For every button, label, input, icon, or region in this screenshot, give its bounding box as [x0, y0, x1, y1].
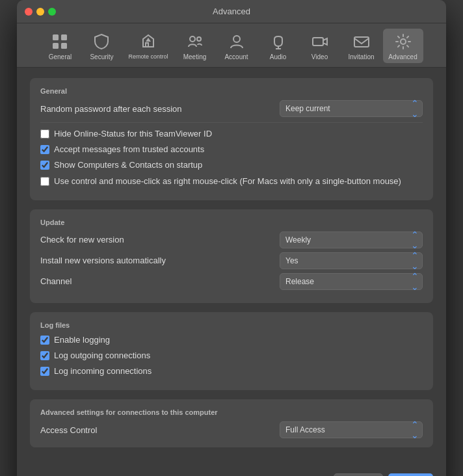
log-incoming-label: Log incoming connections: [54, 365, 152, 377]
revert-button[interactable]: Revert: [334, 473, 383, 476]
channel-row: Channel Release Preview ⌃⌄: [40, 273, 423, 290]
access-control-row: Access Control Full Access Confirm all V…: [40, 421, 423, 438]
svg-point-6: [197, 37, 201, 41]
minimize-button[interactable]: [36, 8, 44, 16]
install-new-versions-select[interactable]: Yes No: [280, 252, 423, 269]
hide-online-status-label: Hide Online-Status for this TeamViewer I…: [54, 128, 212, 140]
toolbar-label-general: General: [49, 53, 72, 60]
security-icon: [91, 31, 112, 52]
general-icon: [49, 31, 70, 52]
install-new-versions-select-wrapper: Yes No ⌃⌄: [280, 252, 423, 269]
svg-rect-3: [61, 43, 67, 49]
toolbar-item-advanced[interactable]: Advanced: [383, 29, 423, 63]
meeting-icon: [185, 31, 205, 52]
log-files-section: Log files Enable logging Log outgoing co…: [30, 312, 433, 391]
svg-marker-4: [146, 38, 151, 42]
toolbar-item-invitation[interactable]: Invitation: [341, 29, 382, 63]
log-outgoing-label: Log outgoing connections: [54, 350, 150, 362]
toolbar-label-remote-control: Remote control: [128, 53, 168, 60]
toolbar-item-video[interactable]: Video: [300, 29, 340, 63]
channel-select[interactable]: Release Preview: [280, 273, 423, 290]
traffic-lights: [25, 8, 56, 16]
log-files-section-title: Log files: [40, 321, 423, 329]
toolbar: General Security Remote control: [17, 23, 446, 68]
random-password-select[interactable]: Keep current Generate new Deactivate: [280, 100, 423, 117]
main-window: Advanced General Security: [17, 0, 446, 476]
svg-point-7: [233, 36, 240, 42]
toolbar-label-security: Security: [90, 53, 113, 60]
accept-messages-checkbox[interactable]: [40, 145, 49, 154]
show-computers-checkbox[interactable]: [40, 161, 49, 170]
toolbar-item-meeting[interactable]: Meeting: [175, 29, 215, 63]
video-icon: [310, 31, 330, 52]
advanced-icon: [393, 31, 414, 52]
svg-rect-1: [61, 34, 67, 40]
apply-button[interactable]: Apply: [388, 473, 433, 476]
audio-icon: [268, 31, 289, 52]
update-section: Update Check for new version Weekly Dail…: [30, 209, 433, 303]
use-control-label: Use control and mouse-click as right mou…: [54, 176, 401, 187]
install-new-versions-label: Install new versions automatically: [40, 256, 166, 265]
svg-rect-2: [53, 43, 59, 49]
close-button[interactable]: [25, 8, 33, 16]
access-control-select[interactable]: Full Access Confirm all View and show Cu…: [280, 421, 423, 438]
footer: Revert Apply: [17, 467, 446, 476]
use-control-checkbox[interactable]: [40, 177, 49, 186]
checkbox-log-outgoing: Log outgoing connections: [40, 350, 423, 362]
enable-logging-checkbox[interactable]: [40, 336, 49, 345]
channel-select-wrapper: Release Preview ⌃⌄: [280, 273, 423, 290]
account-icon: [226, 31, 247, 52]
window-title: Advanced: [213, 7, 250, 16]
log-incoming-checkbox[interactable]: [40, 367, 49, 376]
toolbar-item-account[interactable]: Account: [217, 29, 257, 63]
hide-online-status-checkbox[interactable]: [40, 129, 49, 139]
general-divider: [40, 122, 423, 123]
toolbar-item-audio[interactable]: Audio: [258, 29, 298, 63]
general-section: General Random password after each sessi…: [30, 78, 433, 200]
advanced-settings-title: Advanced settings for connections to thi…: [40, 408, 423, 416]
check-new-version-label: Check for new version: [40, 235, 124, 245]
toolbar-item-security[interactable]: Security: [81, 29, 122, 63]
check-new-version-row: Check for new version Weekly Daily Month…: [40, 231, 423, 248]
random-password-row: Random password after each session Keep …: [40, 100, 423, 117]
toolbar-item-remote-control[interactable]: Remote control: [123, 29, 173, 63]
svg-rect-0: [53, 34, 59, 40]
random-password-label: Random password after each session: [40, 104, 182, 114]
checkbox-log-incoming: Log incoming connections: [40, 365, 423, 377]
accept-messages-label: Accept messages from trusted accounts: [54, 144, 204, 155]
content-area: General Random password after each sessi…: [17, 68, 446, 467]
toolbar-item-general[interactable]: General: [40, 29, 80, 63]
random-password-select-wrapper: Keep current Generate new Deactivate ⌃⌄: [280, 100, 423, 117]
general-section-title: General: [40, 87, 423, 95]
remote-control-icon: [138, 31, 159, 52]
advanced-settings-section: Advanced settings for connections to thi…: [30, 399, 433, 447]
checkbox-show-computers: Show Computers & Contacts on startup: [40, 159, 423, 171]
invitation-icon: [351, 31, 372, 52]
update-section-title: Update: [40, 218, 423, 226]
checkbox-use-control: Use control and mouse-click as right mou…: [40, 176, 423, 187]
toolbar-label-account: Account: [224, 53, 248, 60]
check-new-version-select-wrapper: Weekly Daily Monthly Never ⌃⌄: [280, 231, 423, 248]
toolbar-label-meeting: Meeting: [183, 53, 207, 60]
install-new-versions-row: Install new versions automatically Yes N…: [40, 252, 423, 269]
checkbox-hide-online-status: Hide Online-Status for this TeamViewer I…: [40, 128, 423, 140]
svg-rect-10: [313, 38, 323, 46]
toolbar-label-invitation: Invitation: [349, 53, 375, 60]
checkbox-accept-messages: Accept messages from trusted accounts: [40, 144, 423, 155]
check-new-version-select[interactable]: Weekly Daily Monthly Never: [280, 231, 423, 248]
enable-logging-label: Enable logging: [54, 334, 110, 346]
titlebar: Advanced: [17, 0, 446, 23]
svg-point-12: [401, 39, 406, 44]
access-control-select-wrapper: Full Access Confirm all View and show Cu…: [280, 421, 423, 438]
toolbar-label-advanced: Advanced: [388, 53, 417, 60]
show-computers-label: Show Computers & Contacts on startup: [54, 159, 202, 171]
checkbox-enable-logging: Enable logging: [40, 334, 423, 346]
log-outgoing-checkbox[interactable]: [40, 351, 49, 360]
channel-label: Channel: [40, 276, 72, 286]
maximize-button[interactable]: [48, 8, 56, 16]
svg-point-5: [190, 36, 195, 42]
toolbar-label-video: Video: [311, 53, 328, 60]
svg-rect-11: [354, 37, 369, 47]
access-control-label: Access Control: [40, 425, 97, 435]
toolbar-label-audio: Audio: [270, 53, 287, 60]
